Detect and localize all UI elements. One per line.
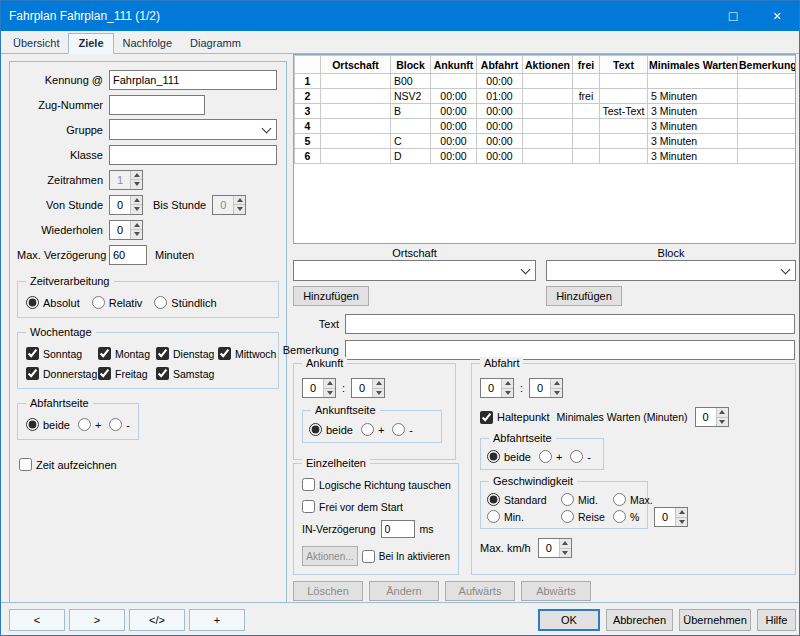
freitag-checkbox[interactable] (98, 367, 111, 380)
haltepunkt-option[interactable]: Haltepunkt (480, 411, 550, 424)
table-cell[interactable] (321, 104, 391, 119)
zeit-aufzeichnen-checkbox[interactable] (19, 458, 32, 471)
min-option[interactable]: Min. (487, 510, 561, 523)
table-cell[interactable]: 3 Minuten (648, 104, 738, 119)
abfahrt-minute-spinner[interactable]: 0 (529, 378, 563, 398)
spin-up-icon[interactable] (131, 171, 142, 181)
title-bar[interactable]: Fahrplan Fahrplan_111 (1/2) □ × (1, 1, 799, 31)
ortschaft-select[interactable] (293, 260, 536, 281)
spin-down-icon[interactable] (131, 230, 142, 239)
abwaerts-button[interactable]: Abwärts (521, 581, 591, 601)
klasse-input[interactable] (109, 145, 277, 165)
donnerstag-checkbox[interactable] (26, 367, 39, 380)
spin-up-icon[interactable] (131, 196, 142, 206)
zugnummer-input[interactable] (109, 95, 205, 115)
samstag-checkbox[interactable] (156, 367, 169, 380)
spin-up-icon[interactable] (131, 221, 142, 231)
table-cell[interactable]: 01:00 (477, 89, 523, 104)
uebernehmen-button[interactable]: Übernehmen (679, 609, 751, 631)
beide-radio[interactable] (309, 423, 322, 436)
montag-option[interactable]: Montag (98, 347, 156, 360)
haltepunkt-checkbox[interactable] (480, 411, 493, 424)
sonntag-checkbox[interactable] (26, 347, 39, 360)
gruppe-select[interactable] (109, 119, 277, 140)
abfahrt-stunde-spinner[interactable]: 0 (480, 378, 514, 398)
abfahrtseite-plus-option[interactable]: + (539, 450, 562, 463)
table-cell[interactable] (738, 104, 796, 119)
abbrechen-button[interactable]: Abbrechen (606, 609, 673, 631)
plus-radio[interactable] (361, 423, 374, 436)
table-cell[interactable] (600, 149, 648, 164)
tab-nachfolge[interactable]: Nachfolge (114, 34, 182, 53)
table-cell[interactable] (321, 134, 391, 149)
hilfe-button[interactable]: Hilfe (757, 609, 796, 631)
zeit-aufzeichnen-option[interactable]: Zeit aufzeichnen (19, 458, 117, 471)
table-cell[interactable]: NSV2 (391, 89, 431, 104)
freitag-option[interactable]: Freitag (98, 367, 156, 380)
table-cell[interactable] (600, 74, 648, 89)
table-cell[interactable]: D (391, 149, 431, 164)
minus-radio[interactable] (109, 418, 122, 431)
table-cell[interactable]: 3 Minuten (648, 149, 738, 164)
plus-radio[interactable] (78, 418, 91, 431)
table-cell[interactable] (738, 149, 796, 164)
table-cell[interactable]: 00:00 (431, 134, 477, 149)
table-cell[interactable]: 00:00 (431, 119, 477, 134)
spin-down-icon[interactable] (373, 389, 384, 398)
beide-option[interactable]: beide (26, 418, 70, 431)
kennung-input[interactable] (109, 70, 277, 90)
max-verzoegerung-input[interactable] (109, 245, 147, 265)
table-cell[interactable] (321, 74, 391, 89)
spin-up-icon[interactable] (502, 379, 513, 389)
beide-radio[interactable] (26, 418, 39, 431)
standard-option[interactable]: Standard (487, 493, 561, 506)
prev-button[interactable]: < (9, 609, 65, 631)
add-button[interactable]: + (189, 609, 245, 631)
absolut-radio[interactable] (26, 296, 39, 309)
table-cell[interactable]: 00:00 (477, 104, 523, 119)
beide-radio[interactable] (487, 450, 500, 463)
ankunft-minute-spinner[interactable]: 0 (351, 378, 385, 398)
stuendlich-radio[interactable] (154, 296, 167, 309)
abfahrtseite-beide-option[interactable]: beide (487, 450, 531, 463)
table-row[interactable]: 4 00:00 00:00 3 Minuten (295, 119, 796, 134)
spin-down-icon[interactable] (551, 389, 562, 398)
table-cell[interactable] (391, 119, 431, 134)
table-cell[interactable] (600, 119, 648, 134)
mid-option[interactable]: Mid. (561, 493, 613, 506)
table-cell[interactable]: 00:00 (477, 134, 523, 149)
minus-radio[interactable] (392, 423, 405, 436)
spin-up-icon[interactable] (560, 539, 571, 549)
table-row[interactable]: 3 B 00:00 00:00 Test-Text 3 Minuten (295, 104, 796, 119)
table-row[interactable]: 2 NSV2 00:00 01:00 frei 5 Minuten (295, 89, 796, 104)
next-button[interactable]: > (69, 609, 125, 631)
relativ-option[interactable]: Relativ (92, 296, 143, 309)
table-cell[interactable] (738, 74, 796, 89)
spin-up-icon[interactable] (676, 508, 687, 518)
mittwoch-checkbox[interactable] (218, 347, 231, 360)
ankunft-stunde-spinner[interactable]: 0 (302, 378, 336, 398)
close-button[interactable]: × (755, 1, 799, 31)
prozent-radio[interactable] (613, 510, 626, 523)
table-cell[interactable]: 00:00 (431, 149, 477, 164)
table-cell[interactable] (600, 134, 648, 149)
table-cell[interactable] (523, 89, 573, 104)
ankunftseite-plus-option[interactable]: + (361, 423, 384, 436)
max-kmh-spinner[interactable]: 0 (538, 538, 572, 558)
standard-radio[interactable] (487, 493, 500, 506)
table-cell[interactable]: B00 (391, 74, 431, 89)
logische-richtung-option[interactable]: Logische Richtung tauschen (302, 478, 451, 491)
table-cell[interactable]: C (391, 134, 431, 149)
donnerstag-option[interactable]: Donnerstag (26, 367, 98, 380)
table-cell[interactable]: 5 (295, 134, 321, 149)
reise-option[interactable]: Reise (561, 510, 613, 523)
table-cell[interactable]: Test-Text (600, 104, 648, 119)
frei-vor-start-option[interactable]: Frei vor dem Start (302, 500, 450, 513)
table-cell[interactable] (523, 134, 573, 149)
table-cell[interactable] (321, 119, 391, 134)
min-radio[interactable] (487, 510, 500, 523)
table-cell[interactable] (573, 149, 600, 164)
spin-down-icon[interactable] (131, 180, 142, 189)
table-cell[interactable] (321, 149, 391, 164)
text-input[interactable] (345, 314, 795, 334)
